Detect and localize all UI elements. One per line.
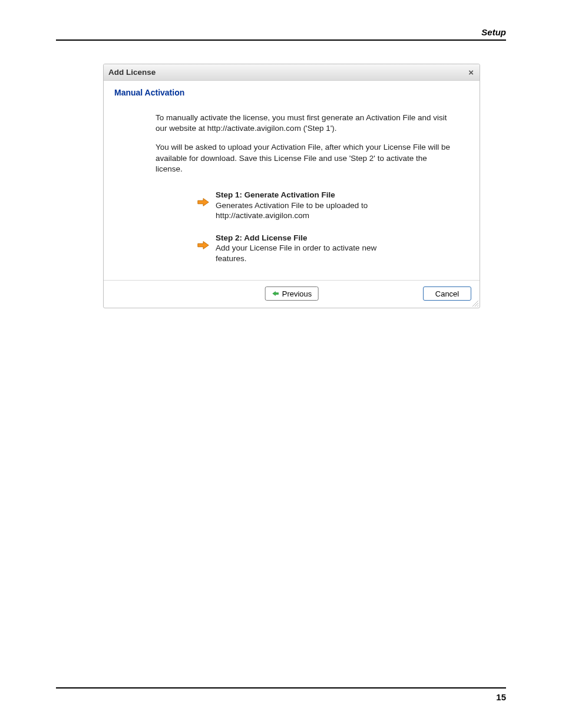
arrow-right-icon: [197, 196, 210, 209]
step-1-row[interactable]: Step 1: Generate Activation File Generat…: [197, 190, 469, 221]
page-footer: 15: [56, 687, 506, 702]
step-1-title: Step 1: Generate Activation File: [216, 190, 398, 200]
resize-grip-icon[interactable]: [471, 299, 479, 307]
step-1-desc: Generates Activation File to be uploaded…: [216, 201, 368, 220]
instruction-paragraph-1: To manually activate the license, you mu…: [156, 113, 454, 134]
dialog-title: Add License: [108, 68, 467, 77]
step-2-text: Step 2: Add License File Add your Licens…: [216, 233, 398, 264]
arrow-right-icon: [197, 239, 210, 252]
page-header: Setup: [56, 27, 506, 41]
svg-line-2: [477, 305, 478, 307]
step-1-text: Step 1: Generate Activation File Generat…: [216, 190, 398, 221]
section-title: Manual Activation: [114, 88, 469, 97]
close-icon[interactable]: ×: [467, 68, 475, 77]
page-number: 15: [496, 692, 506, 702]
cancel-button[interactable]: Cancel: [423, 286, 471, 301]
step-2-row[interactable]: Step 2: Add License File Add your Licens…: [197, 233, 469, 264]
add-license-dialog: Add License × Manual Activation To manua…: [103, 64, 480, 308]
dialog-content: Manual Activation To manually activate t…: [104, 81, 480, 280]
titlebar: Add License ×: [104, 64, 480, 81]
page-header-text: Setup: [481, 27, 506, 37]
arrow-left-icon: [272, 290, 280, 297]
instruction-paragraph-2: You will be asked to upload your Activat…: [156, 142, 454, 174]
steps-list: Step 1: Generate Activation File Generat…: [197, 190, 469, 263]
cancel-button-label: Cancel: [435, 289, 459, 298]
previous-button[interactable]: Previous: [265, 286, 319, 301]
button-bar: Previous Cancel: [104, 280, 480, 308]
step-2-desc: Add your License File in order to activa…: [216, 243, 376, 263]
step-2-title: Step 2: Add License File: [216, 233, 398, 243]
previous-button-label: Previous: [282, 289, 312, 298]
